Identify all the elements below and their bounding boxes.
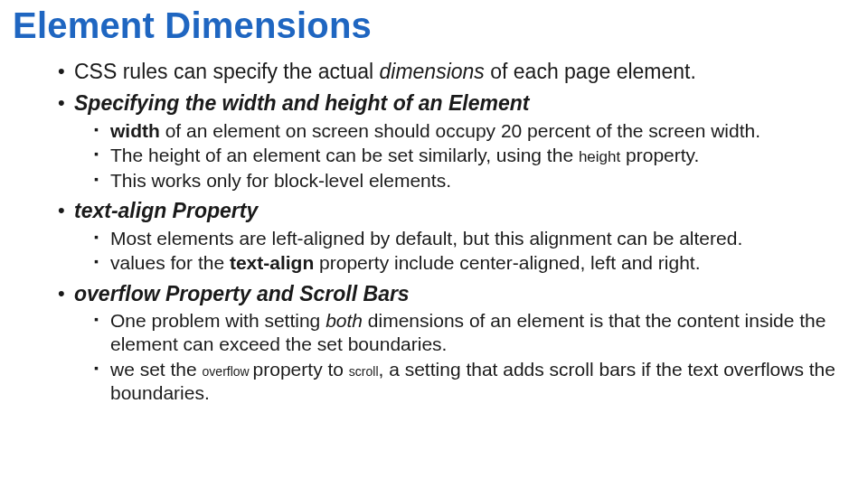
text: One problem with setting: [110, 310, 326, 331]
sub-bullet: we set the overflow property to scroll, …: [94, 358, 855, 406]
sub-bullet: This works only for block-level elements…: [94, 169, 855, 192]
sub-list-overflow: One problem with setting both dimensions…: [58, 309, 855, 406]
text-bold: width: [110, 120, 165, 141]
sub-bullet: values for the text-align property inclu…: [94, 251, 855, 275]
text: property to: [253, 359, 349, 380]
text-bi: overflow Property and Scroll Bars: [74, 282, 410, 305]
text: CSS rules can specify the actual: [74, 60, 380, 83]
text-em: both: [326, 310, 363, 331]
text-em: dimensions: [380, 60, 485, 83]
text-kw: scroll: [349, 364, 379, 379]
text: of an element on screen should occupy 20…: [165, 120, 760, 141]
bullet-text-align-heading: text-align Property: [58, 198, 855, 224]
text-kw: overflow: [203, 364, 253, 379]
sub-bullet: The height of an element can be set simi…: [94, 144, 855, 167]
content-area: CSS rules can specify the actual dimensi…: [13, 59, 855, 406]
text-bold: text-align: [230, 252, 319, 273]
text: Most elements are left-aligned by defaul…: [110, 228, 742, 249]
text: property include center-aligned, left an…: [319, 252, 700, 273]
sub-bullet: width of an element on screen should occ…: [94, 119, 855, 143]
page-title: Element Dimensions: [13, 5, 855, 46]
sub-list-width-height: width of an element on screen should occ…: [58, 119, 855, 192]
bullet-width-height-heading: Specifying the width and height of an El…: [58, 90, 855, 117]
text: This works only for block-level elements…: [110, 170, 451, 191]
text: of each page element.: [485, 60, 696, 83]
text-bi: Specifying the width and height of an El…: [74, 91, 529, 115]
text: we set the: [110, 359, 203, 380]
sub-bullet: One problem with setting both dimensions…: [94, 309, 855, 357]
bullet-overflow-heading: overflow Property and Scroll Bars: [58, 281, 855, 307]
text-bi: text-align Property: [74, 199, 258, 222]
text: The height of an element can be set simi…: [110, 145, 579, 165]
bullet-dimensions-intro: CSS rules can specify the actual dimensi…: [58, 59, 855, 85]
sub-bullet: Most elements are left-aligned by defaul…: [94, 227, 855, 250]
sub-list-text-align: Most elements are left-aligned by defaul…: [58, 227, 855, 276]
slide: Element Dimensions CSS rules can specify…: [0, 0, 868, 415]
text: values for the: [110, 252, 230, 273]
text: property.: [620, 145, 699, 165]
text-kw: height: [579, 148, 620, 165]
